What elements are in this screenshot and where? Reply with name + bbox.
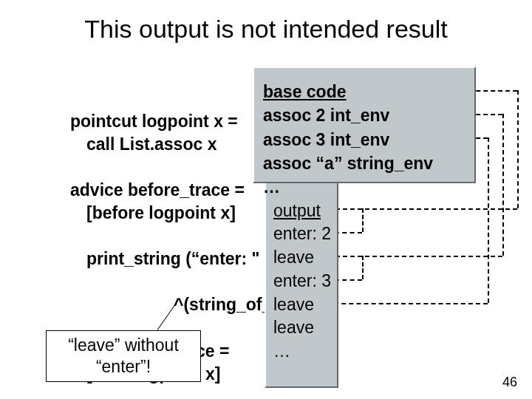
- connector-line: [502, 114, 504, 256]
- base-line: assoc 2 int_env: [263, 106, 389, 125]
- code-line: print_string (“enter: ": [70, 248, 271, 270]
- output-line: leave: [273, 248, 314, 267]
- note-callout: “leave” without “enter”!: [46, 330, 201, 382]
- note-line: “enter”!: [47, 356, 200, 378]
- base-line: assoc 3 int_env: [263, 130, 389, 149]
- base-header: base code: [263, 82, 347, 101]
- base-line: assoc “a” string_env: [263, 154, 433, 173]
- page-number: 46: [502, 375, 517, 390]
- output-text: output enter: 2 leave enter: 3 leave lea…: [273, 176, 331, 364]
- connector-line: [362, 208, 364, 232]
- output-line: leave: [273, 318, 314, 337]
- code-line: call List.assoc x: [70, 133, 271, 156]
- output-line: enter: 3: [273, 271, 331, 290]
- output-line: …: [273, 341, 290, 361]
- connector-line: [335, 256, 502, 257]
- output-header: output: [273, 201, 321, 220]
- output-line: enter: 2: [273, 224, 331, 243]
- connector-line: [488, 137, 489, 303]
- code-line: ^(string_of_: [70, 293, 271, 316]
- connector-line: [362, 256, 364, 279]
- note-line: “leave” without: [47, 335, 200, 356]
- code-line: advice before_trace =: [70, 180, 245, 200]
- connector-line: [517, 90, 519, 208]
- connector-line: [319, 303, 488, 304]
- code-line: [before logpoint x]: [70, 202, 271, 225]
- slide-title: This output is not intended result: [0, 15, 532, 44]
- code-line: pointcut logpoint x =: [70, 112, 238, 131]
- output-line: leave: [273, 295, 314, 314]
